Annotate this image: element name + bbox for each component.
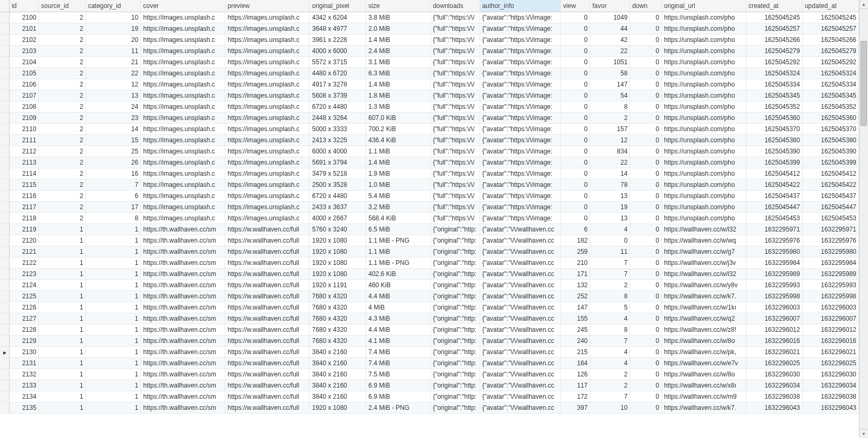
cell-original_url[interactable]: https://unsplash.com/pho <box>661 101 746 112</box>
cell-view[interactable]: 259 <box>561 246 590 257</box>
cell-author_info[interactable]: {"avatar":"\/\/wallhaven.cc <box>480 257 560 268</box>
cell-downloads[interactable]: {"full":"https:\/\/ <box>430 168 480 179</box>
cell-category_id[interactable]: 20 <box>86 34 141 45</box>
cell-author_info[interactable]: {"avatar":"https:\/\/image: <box>480 23 560 34</box>
cell-id[interactable]: 2124 <box>10 279 39 290</box>
cell-preview[interactable]: https://w.wallhaven.cc/full <box>225 391 310 402</box>
data-grid[interactable]: idsource_idcategory_idcoverprevieworigin… <box>0 0 859 438</box>
cell-size[interactable]: 1.1 MiB - PNG <box>366 257 430 268</box>
row-handle[interactable] <box>0 67 10 79</box>
cell-cover[interactable]: https://th.wallhaven.cc/sm <box>141 391 225 402</box>
cell-author_info[interactable]: {"avatar":"https:\/\/image: <box>480 34 560 45</box>
cell-cover[interactable]: https://images.unsplash.c <box>141 23 225 34</box>
cell-id[interactable]: 2130 <box>10 346 39 357</box>
cell-source_id[interactable]: 1 <box>39 235 86 246</box>
cell-author_info[interactable]: {"avatar":"https:\/\/image: <box>480 12 560 23</box>
cell-author_info[interactable]: {"avatar":"\/\/wallhaven.cc <box>480 368 560 380</box>
cell-category_id[interactable]: 17 <box>86 201 141 212</box>
cell-source_id[interactable]: 1 <box>39 380 86 391</box>
cell-id[interactable]: 2111 <box>10 134 39 145</box>
cell-updated_at[interactable]: 1625045245 <box>802 12 858 23</box>
cell-preview[interactable]: https://w.wallhaven.cc/full <box>225 224 310 235</box>
cell-author_info[interactable]: {"avatar":"https:\/\/image: <box>480 134 560 145</box>
table-row[interactable]: 212111https://th.wallhaven.cc/smhttps://… <box>0 246 859 257</box>
cell-original_url[interactable]: https://unsplash.com/pho <box>661 56 746 67</box>
cell-created_at[interactable]: 1632295984 <box>746 257 802 268</box>
cell-view[interactable]: 0 <box>561 123 590 134</box>
cell-created_at[interactable]: 1632296021 <box>746 346 802 357</box>
cell-favor[interactable]: 8 <box>590 101 630 112</box>
cell-source_id[interactable]: 1 <box>39 335 86 346</box>
cell-category_id[interactable]: 12 <box>86 79 141 90</box>
cell-size[interactable]: 568.4 KiB <box>366 212 430 224</box>
cell-created_at[interactable]: 1632296025 <box>746 357 802 368</box>
cell-view[interactable]: 0 <box>561 45 590 56</box>
cell-view[interactable]: 147 <box>561 302 590 313</box>
cell-view[interactable]: 0 <box>561 90 590 101</box>
cell-downloads[interactable]: {"full":"https:\/\/ <box>430 56 480 67</box>
table-row[interactable]: 212311https://th.wallhaven.cc/smhttps://… <box>0 268 859 279</box>
cell-view[interactable]: 397 <box>561 402 590 413</box>
cell-preview[interactable]: https://images.unsplash.c <box>225 45 310 56</box>
cell-size[interactable]: 6.5 MiB <box>366 224 430 235</box>
cell-id[interactable]: 2121 <box>10 246 39 257</box>
cell-favor[interactable]: 147 <box>590 79 630 90</box>
cell-original_url[interactable]: https://unsplash.com/pho <box>661 45 746 56</box>
cell-created_at[interactable]: 1632296043 <box>746 402 802 413</box>
cell-source_id[interactable]: 1 <box>39 279 86 290</box>
row-handle[interactable] <box>0 368 10 380</box>
cell-favor[interactable]: 22 <box>590 45 630 56</box>
table-row[interactable]: 2104221https://images.unsplash.chttps://… <box>0 56 859 67</box>
cell-author_info[interactable]: {"avatar":"\/\/wallhaven.cc <box>480 224 560 235</box>
cell-updated_at[interactable]: 1625045447 <box>802 201 858 212</box>
column-header-original_pixel[interactable]: original_pixel <box>310 0 366 12</box>
cell-favor[interactable]: 1051 <box>590 56 630 67</box>
cell-category_id[interactable]: 14 <box>86 123 141 134</box>
cell-size[interactable]: 2.0 MiB <box>366 23 430 34</box>
cell-original_pixel[interactable]: 7680 x 4320 <box>310 335 366 346</box>
cell-id[interactable]: 2126 <box>10 302 39 313</box>
cell-cover[interactable]: https://images.unsplash.c <box>141 157 225 168</box>
cell-category_id[interactable]: 22 <box>86 67 141 79</box>
cell-favor[interactable]: 2 <box>590 380 630 391</box>
cell-author_info[interactable]: {"avatar":"\/\/wallhaven.cc <box>480 279 560 290</box>
cell-author_info[interactable]: {"avatar":"\/\/wallhaven.cc <box>480 391 560 402</box>
cell-source_id[interactable]: 1 <box>39 368 86 380</box>
cell-updated_at[interactable]: 1632296016 <box>802 335 858 346</box>
cell-size[interactable]: 1.3 MiB <box>366 101 430 112</box>
cell-original_pixel[interactable]: 2433 x 3637 <box>310 201 366 212</box>
table-row[interactable]: 212911https://th.wallhaven.cc/smhttps://… <box>0 335 859 346</box>
cell-original_pixel[interactable]: 3840 x 2160 <box>310 368 366 380</box>
cell-original_url[interactable]: https://wallhaven.cc/w/l32 <box>661 224 746 235</box>
cell-downloads[interactable]: {"full":"https:\/\/ <box>430 23 480 34</box>
table-row[interactable]: 2117217https://images.unsplash.chttps://… <box>0 201 859 212</box>
cell-updated_at[interactable]: 1632295971 <box>802 224 858 235</box>
row-handle[interactable] <box>0 90 10 101</box>
cell-cover[interactable]: https://images.unsplash.c <box>141 112 225 123</box>
cell-cover[interactable]: https://images.unsplash.c <box>141 12 225 23</box>
cell-downloads[interactable]: {"full":"https:\/\/ <box>430 157 480 168</box>
cell-updated_at[interactable]: 1632296034 <box>802 380 858 391</box>
cell-category_id[interactable]: 19 <box>86 23 141 34</box>
cell-down[interactable]: 0 <box>630 235 662 246</box>
cell-downloads[interactable]: {"original":"http: <box>430 346 480 357</box>
table-row[interactable]: 2106212https://images.unsplash.chttps://… <box>0 79 859 90</box>
cell-updated_at[interactable]: 1625045334 <box>802 79 858 90</box>
cell-created_at[interactable]: 1625045334 <box>746 79 802 90</box>
cell-created_at[interactable]: 1632296012 <box>746 324 802 335</box>
cell-updated_at[interactable]: 1632296030 <box>802 368 858 380</box>
cell-preview[interactable]: https://images.unsplash.c <box>225 134 310 145</box>
cell-preview[interactable]: https://images.unsplash.c <box>225 112 310 123</box>
cell-author_info[interactable]: {"avatar":"https:\/\/image: <box>480 212 560 224</box>
cell-size[interactable]: 6.9 MiB <box>366 391 430 402</box>
row-handle[interactable] <box>0 357 10 368</box>
cell-view[interactable]: 0 <box>561 56 590 67</box>
cell-category_id[interactable]: 16 <box>86 168 141 179</box>
cell-source_id[interactable]: 1 <box>39 357 86 368</box>
cell-favor[interactable]: 5 <box>590 302 630 313</box>
scroll-up-arrow-icon[interactable]: ▲ <box>860 0 868 9</box>
cell-updated_at[interactable]: 1625045437 <box>802 190 858 201</box>
cell-down[interactable]: 0 <box>630 123 662 134</box>
table-row[interactable]: 213011https://th.wallhaven.cc/smhttps://… <box>0 346 859 357</box>
cell-preview[interactable]: https://images.unsplash.c <box>225 190 310 201</box>
